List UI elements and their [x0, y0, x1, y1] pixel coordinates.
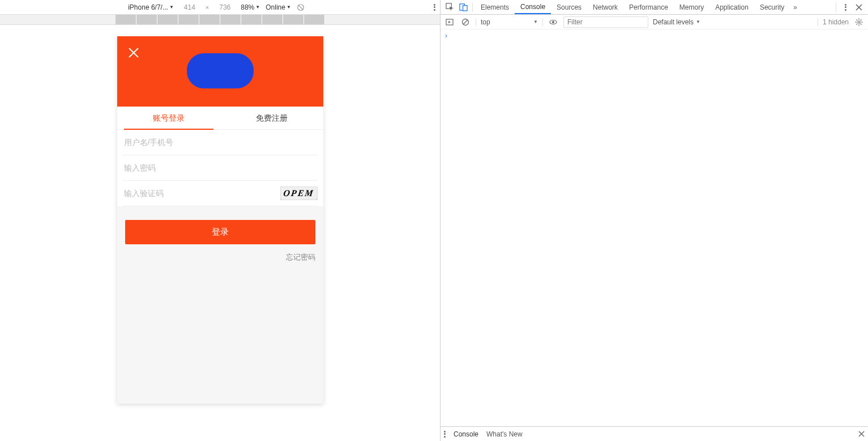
svg-rect-6: [463, 6, 467, 11]
inspect-icon[interactable]: [443, 1, 456, 14]
drawer: Console What's New: [441, 426, 868, 441]
more-options-icon[interactable]: [434, 4, 435, 11]
devtools-tab-security[interactable]: Security: [754, 0, 790, 14]
chevron-down-icon: ▼: [287, 5, 291, 10]
context-selector[interactable]: top ▼: [476, 18, 543, 26]
drawer-tab-whatsnew[interactable]: What's New: [486, 430, 523, 438]
device-select[interactable]: iPhone 6/7/... ▼: [128, 3, 174, 11]
login-form: OPEM: [117, 130, 323, 206]
login-tabs: 账号登录 免费注册: [117, 107, 323, 130]
close-icon[interactable]: [127, 46, 140, 59]
zoom-select[interactable]: 88% ▼: [241, 3, 260, 11]
chevron-down-icon: ▼: [533, 19, 538, 24]
log-levels-select[interactable]: Default levels ▼: [653, 18, 700, 26]
drawer-menu-icon[interactable]: [444, 431, 446, 438]
console-output[interactable]: ›: [441, 29, 868, 426]
console-prompt-icon: ›: [445, 32, 447, 40]
gear-icon[interactable]: [853, 16, 865, 28]
device-mode-icon[interactable]: [456, 1, 470, 14]
drawer-tab-console[interactable]: Console: [454, 430, 478, 438]
device-toolbar: iPhone 6/7/... ▼ 414 × 736 88% ▼ Online …: [0, 0, 440, 15]
svg-point-13: [552, 21, 554, 23]
tab-register[interactable]: 免费注册: [220, 107, 323, 129]
chevron-down-icon: ▼: [255, 5, 260, 10]
rotate-icon[interactable]: [297, 3, 305, 11]
dimension-separator: ×: [206, 4, 209, 11]
password-input[interactable]: [123, 155, 318, 180]
devtools-close-icon[interactable]: [852, 1, 866, 14]
device-width[interactable]: 414: [179, 3, 200, 11]
svg-line-21: [861, 19, 862, 20]
captcha-input[interactable]: [123, 181, 277, 206]
app-header: [117, 36, 323, 107]
drawer-close-icon[interactable]: [858, 431, 865, 437]
drawer-tab-console-label: Console: [454, 430, 478, 438]
network-value: Online: [266, 3, 285, 11]
logo: [187, 53, 254, 88]
device-frame: 账号登录 免费注册 OPEM 登录: [117, 36, 323, 404]
forgot-label: 忘记密码: [286, 253, 315, 261]
tab-register-label: 免费注册: [256, 113, 288, 122]
zoom-value: 88%: [241, 3, 254, 11]
filter-input[interactable]: [563, 16, 648, 28]
sidebar-toggle-icon[interactable]: [444, 16, 455, 28]
captcha-field: OPEM: [123, 181, 318, 206]
hidden-count[interactable]: 1 hidden: [818, 18, 849, 26]
live-expression-icon[interactable]: [548, 16, 559, 28]
svg-line-22: [857, 23, 858, 24]
device-viewport: 账号登录 免费注册 OPEM 登录: [0, 25, 440, 441]
devtools-tab-application[interactable]: Application: [709, 0, 754, 14]
devtools-tab-network[interactable]: Network: [587, 0, 623, 14]
network-select[interactable]: Online ▼: [266, 3, 291, 11]
levels-label: Default levels: [653, 18, 694, 26]
chevron-down-icon: ▼: [696, 19, 700, 24]
forgot-password-link[interactable]: 忘记密码: [125, 252, 315, 262]
captcha-image[interactable]: OPEM: [280, 186, 317, 200]
chevron-down-icon: ▼: [169, 5, 174, 10]
svg-point-14: [858, 21, 860, 23]
devtools-tab-performance[interactable]: Performance: [623, 0, 674, 14]
clear-console-icon[interactable]: [460, 16, 471, 28]
devtools-tab-sources[interactable]: Sources: [551, 0, 587, 14]
svg-line-20: [861, 23, 862, 24]
devtools-tab-console[interactable]: Console: [515, 0, 551, 14]
username-field: [123, 130, 318, 155]
password-field: [123, 155, 318, 181]
device-name: iPhone 6/7/...: [128, 3, 168, 11]
ruler: [0, 15, 440, 25]
devtools-menu-icon[interactable]: [839, 1, 852, 14]
context-value: top: [481, 18, 490, 26]
username-input[interactable]: [123, 130, 318, 155]
svg-line-1: [298, 5, 303, 10]
drawer-tab-whatsnew-label: What's New: [486, 430, 523, 438]
more-tabs-icon[interactable]: »: [790, 3, 801, 11]
tab-login[interactable]: 账号登录: [117, 107, 220, 129]
form-actions: 登录 忘记密码: [117, 206, 323, 268]
devtools-tab-memory[interactable]: Memory: [674, 0, 709, 14]
device-height[interactable]: 736: [215, 3, 235, 11]
login-button[interactable]: 登录: [125, 220, 315, 244]
tab-login-label: 账号登录: [153, 113, 185, 122]
captcha-text: OPEM: [280, 187, 317, 200]
hidden-count-label: 1 hidden: [823, 18, 849, 26]
console-toolbar: top ▼ Default levels ▼ 1 hidden: [441, 15, 868, 29]
svg-line-11: [463, 20, 468, 24]
devtools-tab-elements[interactable]: Elements: [475, 0, 515, 14]
svg-line-19: [857, 19, 858, 20]
devtools-tabs: ElementsConsoleSourcesNetworkPerformance…: [441, 0, 868, 15]
login-button-label: 登录: [212, 227, 229, 236]
